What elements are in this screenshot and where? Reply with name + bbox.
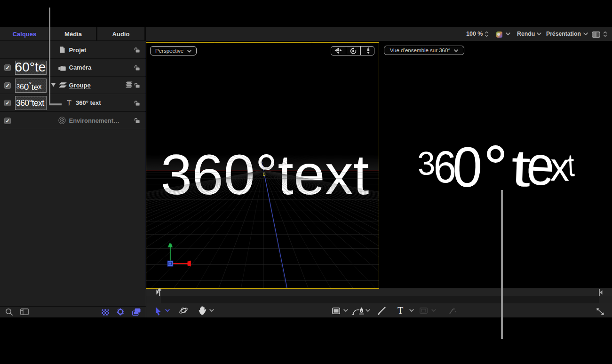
svg-text:t: t (567, 147, 575, 183)
svg-text:3: 3 (417, 144, 436, 182)
svg-text:0: 0 (452, 135, 483, 199)
